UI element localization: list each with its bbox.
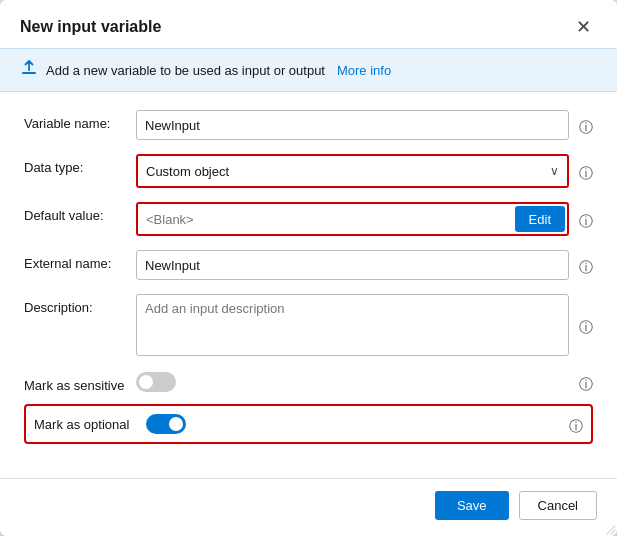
resize-handle[interactable] [605, 524, 617, 536]
data-type-label: Data type: [24, 154, 136, 175]
mark-optional-row: Mark as optional ⓘ [24, 404, 593, 444]
default-value-input[interactable] [138, 204, 509, 234]
default-value-control: Edit ⓘ [136, 202, 593, 236]
variable-name-row: Variable name: ⓘ [24, 110, 593, 140]
data-type-row: Data type: Text Number Boolean Custom ob… [24, 154, 593, 188]
new-input-variable-dialog: New input variable ✕ Add a new variable … [0, 0, 617, 536]
variable-name-input[interactable] [136, 110, 569, 140]
variable-name-label: Variable name: [24, 110, 136, 131]
default-value-input-wrap: Edit [136, 202, 569, 236]
variable-name-control: ⓘ [136, 110, 593, 140]
dialog-footer: Save Cancel [0, 478, 617, 536]
description-info-icon[interactable]: ⓘ [579, 313, 593, 337]
data-type-control: Text Number Boolean Custom object Date a… [136, 154, 593, 188]
data-type-select[interactable]: Text Number Boolean Custom object Date a… [138, 156, 567, 186]
close-button[interactable]: ✕ [570, 16, 597, 38]
default-value-label: Default value: [24, 202, 136, 223]
data-type-info-icon[interactable]: ⓘ [579, 159, 593, 183]
mark-sensitive-toggle[interactable] [136, 372, 176, 392]
external-name-input[interactable] [136, 250, 569, 280]
description-label: Description: [24, 294, 136, 315]
banner-text: Add a new variable to be used as input o… [46, 63, 325, 78]
mark-sensitive-info-icon[interactable]: ⓘ [579, 370, 593, 394]
cancel-button[interactable]: Cancel [519, 491, 597, 520]
mark-sensitive-control: ⓘ [136, 370, 593, 394]
description-input[interactable] [136, 294, 569, 356]
description-control: ⓘ [136, 294, 593, 356]
mark-sensitive-label: Mark as sensitive [24, 372, 136, 393]
default-value-row: Default value: Edit ⓘ [24, 202, 593, 236]
mark-optional-info-icon[interactable]: ⓘ [569, 412, 583, 436]
data-type-select-wrap: Text Number Boolean Custom object Date a… [136, 154, 569, 188]
external-name-control: ⓘ [136, 250, 593, 280]
default-value-info-icon[interactable]: ⓘ [579, 207, 593, 231]
mark-optional-label: Mark as optional [34, 417, 146, 432]
mark-optional-toggle[interactable] [146, 414, 186, 434]
dialog-title: New input variable [20, 18, 161, 36]
mark-optional-control: ⓘ [146, 412, 583, 436]
external-name-label: External name: [24, 250, 136, 271]
info-banner: Add a new variable to be used as input o… [0, 48, 617, 92]
mark-sensitive-row: Mark as sensitive ⓘ [24, 370, 593, 394]
save-button[interactable]: Save [435, 491, 509, 520]
form-body: Variable name: ⓘ Data type: Text Number … [0, 92, 617, 478]
dialog-header: New input variable ✕ [0, 0, 617, 48]
upload-icon [20, 59, 38, 81]
external-name-info-icon[interactable]: ⓘ [579, 253, 593, 277]
external-name-row: External name: ⓘ [24, 250, 593, 280]
toggle-slider [136, 372, 176, 392]
svg-rect-0 [22, 72, 36, 74]
variable-name-info-icon[interactable]: ⓘ [579, 113, 593, 137]
toggle-slider-optional [146, 414, 186, 434]
more-info-link[interactable]: More info [337, 63, 391, 78]
edit-button[interactable]: Edit [515, 206, 565, 232]
description-row: Description: ⓘ [24, 294, 593, 356]
